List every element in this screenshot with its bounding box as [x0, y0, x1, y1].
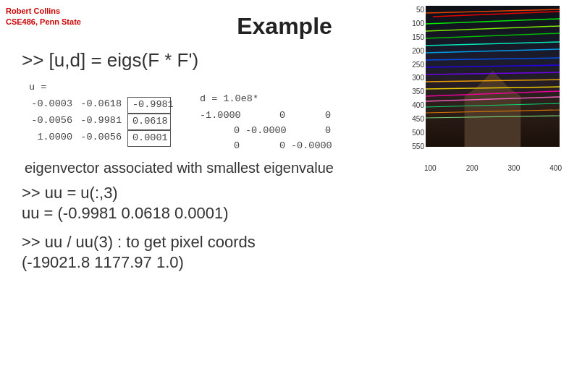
d-r2c1: 0: [200, 124, 240, 139]
d-r1c1: -1.0000: [200, 108, 240, 124]
matrix-section: u = -0.0003 -0.0618 -0.9981 -0.0056 -0.9…: [29, 80, 555, 154]
d-r3c1: 0: [200, 139, 240, 154]
course-line: CSE486, Penn State: [6, 17, 81, 27]
d-r3c3: -0.0000: [291, 139, 331, 154]
u-row-1: -0.0003 -0.0618 -0.9981: [29, 97, 171, 114]
pixel-coords-value: (-19021.8 1177.97 1.0): [22, 253, 555, 272]
u-r2c3: 0.0618: [127, 114, 171, 130]
author-name: Robert Collins CSE486, Penn State: [6, 6, 81, 28]
matrix-u-values: -0.0003 -0.0618 -0.9981 -0.0056 -0.9981 …: [29, 97, 171, 147]
matrix-u: u = -0.0003 -0.0618 -0.9981 -0.0056 -0.9…: [29, 80, 171, 147]
pixel-coords-command: >> uu / uu(3) : to get pixel coords: [22, 233, 555, 252]
u-r1c2: -0.0618: [78, 97, 122, 114]
d-row-1: -1.0000 0 0: [200, 108, 331, 124]
u-row-2: -0.0056 -0.9981 0.0618: [29, 114, 171, 130]
d-r2c3: 0: [291, 124, 331, 139]
d-r1c2: 0: [245, 108, 285, 124]
svg-line-0: [426, 19, 560, 24]
u-r3c1: 1.0000: [29, 130, 72, 147]
u-r2c2: -0.9981: [78, 114, 122, 130]
uu-command: >> uu = u(:,3): [22, 184, 555, 203]
d-r1c3: 0: [291, 108, 331, 124]
svg-line-2: [426, 33, 560, 38]
main-content: >> [u,d] = eigs(F * F') u = -0.0003 -0.0…: [14, 43, 555, 275]
d-row-3: 0 0 -0.0000: [200, 139, 331, 154]
eigen-description: eigenvector associated with smallest eig…: [25, 160, 555, 176]
svg-line-1: [426, 26, 560, 31]
matrix-d: d = 1.0e8* -1.0000 0 0 0 -0.0000 0 0 0 -…: [200, 92, 331, 154]
u-r1c1: -0.0003: [29, 97, 72, 114]
u-row-3: 1.0000 -0.0056 0.0001: [29, 130, 171, 147]
eigs-command: >> [u,d] = eigs(F * F'): [22, 49, 555, 72]
d-r3c2: 0: [245, 139, 285, 154]
d-row-2: 0 -0.0000 0: [200, 124, 331, 139]
u-r1c3: -0.9981: [127, 97, 171, 114]
u-r2c1: -0.0056: [29, 114, 72, 130]
u-r3c3: 0.0001: [127, 130, 171, 147]
uu-value: uu = (-0.9981 0.0618 0.0001): [22, 204, 555, 223]
d-r2c2: -0.0000: [245, 124, 285, 139]
name-line: Robert Collins: [6, 6, 81, 17]
d-label: d = 1.0e8*: [200, 92, 331, 107]
u-r3c2: -0.0056: [78, 130, 122, 147]
u-label: u =: [29, 80, 171, 95]
